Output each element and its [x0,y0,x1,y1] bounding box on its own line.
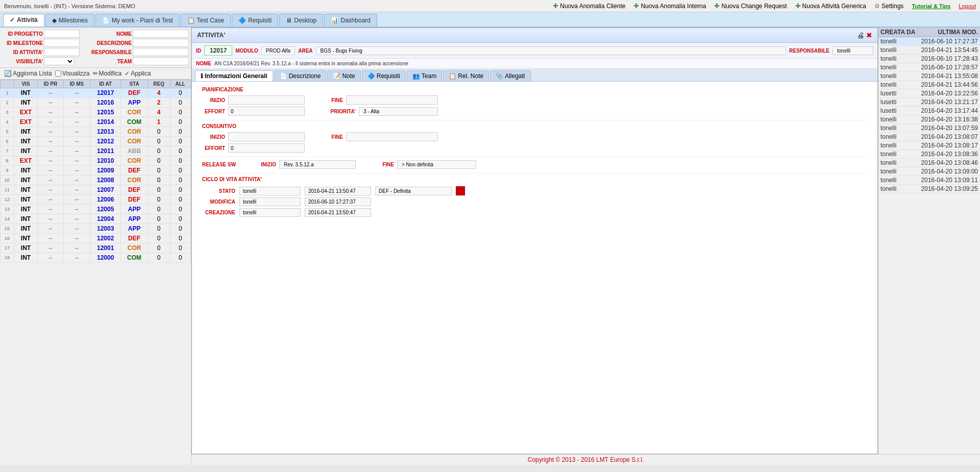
tab-milestones[interactable]: ◆ Milestones [45,14,94,27]
right-list-item[interactable]: tonelli2016-06-10 17:28:57 [878,63,980,72]
release-label: RELEASE SW [202,162,238,167]
table-row[interactable]: 2 INT -- -- 12016 APP 2 0 [1,98,191,108]
table-row[interactable]: 9 INT -- -- 12009 DEF 0 0 [1,166,191,176]
right-list-item[interactable]: tonelli2016-04-20 13:08:36 [878,150,980,159]
right-list-item[interactable]: tonelli2016-04-20 13:09:25 [878,185,980,193]
row-sta: COR [121,108,148,117]
logout-link[interactable]: Logout [959,3,976,9]
right-list-item[interactable]: tonelli2016-04-21 13:54:45 [878,46,980,55]
modal-controls: 🖨 ✖ [857,31,872,39]
tab-dashboard[interactable]: 📊 Dashboard [324,14,377,27]
right-list-item[interactable]: tonelli2016-06-10 17:28:43 [878,55,980,63]
table-row[interactable]: 12 INT -- -- 12006 DEF 0 0 [1,195,191,205]
table-row[interactable]: 10 INT -- -- 12008 COR 0 0 [1,176,191,185]
filter-input-team[interactable] [133,57,189,65]
menu-nuova-change-request[interactable]: ✚ Nuova Change Request [714,2,787,10]
menu-nuova-anomalia-cliente[interactable]: ✚ Nuova Anomalia Cliente [553,2,625,10]
pian-effort-input[interactable] [228,107,305,116]
close-icon[interactable]: ✖ [866,31,872,39]
filter-input-descrizione[interactable] [133,39,189,47]
inner-tab-note[interactable]: 📝 Note [327,70,360,81]
menu-settings[interactable]: ⚙ Settings [874,3,903,10]
right-list-item[interactable]: tonelli2016-04-20 13:07:59 [878,124,980,133]
aggiorna-lista-button[interactable]: 🔄 Aggiorna Lista [4,70,52,77]
visualizza-checkbox[interactable] [55,70,61,77]
menu-nuova-attivita-generica[interactable]: ✚ Nuova Attività Generica [795,2,866,10]
release-inizio-label: INIZIO [258,162,276,167]
visualizza-button[interactable]: Visualizza [55,70,90,77]
row-idpr: -- [38,224,64,234]
row-req: 0 [148,224,170,234]
table-row[interactable]: 8 EXT -- -- 12010 COR 0 0 [1,156,191,166]
row-all: 0 [170,185,191,195]
row-req: 4 [148,88,170,98]
tab-test-case[interactable]: 📋 Test Case [181,14,231,27]
row-idpr: -- [38,176,64,185]
row-num: 18 [1,253,14,263]
table-row[interactable]: 11 INT -- -- 12007 DEF 0 0 [1,185,191,195]
filter-input-responsabile[interactable] [133,48,189,56]
table-row[interactable]: 16 INT -- -- 12002 DEF 0 0 [1,234,191,243]
row-all: 0 [170,253,191,263]
right-list-item[interactable]: lusetti2016-04-20 13:21:17 [878,98,980,107]
right-list-item[interactable]: tonelli2016-04-20 13:16:38 [878,115,980,124]
cons-inizio-input[interactable] [228,132,305,141]
inner-tab-info-generali[interactable]: ℹ Informazioni Generali [195,70,273,81]
pian-inizio-input[interactable] [228,95,305,105]
filter-input-nome[interactable] [133,30,189,38]
tab-desktop[interactable]: 🖥 Desktop [279,14,323,27]
menu-nuova-anomalia-interna[interactable]: ✚ Nuova Anomalia Interna [633,2,706,10]
filter-input-idmilestone[interactable] [44,39,80,47]
table-row[interactable]: 18 INT -- -- 12000 COM 0 0 [1,253,191,263]
right-list-item[interactable]: tonelli2016-04-21 13:44:56 [878,81,980,89]
inner-tab-requisiti[interactable]: 🔷 Requisiti [362,70,406,81]
table-row[interactable]: 15 INT -- -- 12003 APP 0 0 [1,224,191,234]
table-row[interactable]: 14 INT -- -- 12004 APP 0 0 [1,214,191,224]
filter-input-idprogetto[interactable] [44,30,80,38]
row-idms: -- [63,205,90,214]
inner-tab-rel-note[interactable]: 📋 Rel. Note [443,70,489,81]
table-row[interactable]: 7 INT -- -- 12011 ABB 0 0 [1,146,191,156]
table-row[interactable]: 13 INT -- -- 12005 APP 0 0 [1,205,191,214]
table-row[interactable]: 6 INT -- -- 12012 COR 0 0 [1,137,191,146]
tab-requisiti[interactable]: 🔷 Requisiti [232,14,278,27]
right-list-item[interactable]: tonelli2016-04-20 13:08:07 [878,133,980,141]
right-list-item[interactable]: lusetti2016-04-20 13:17:44 [878,107,980,115]
tutorial-link[interactable]: Tutorial & Tips [912,3,950,9]
table-row[interactable]: 17 INT -- -- 12001 COR 0 0 [1,243,191,253]
applica-button[interactable]: ✓ Applica [125,70,151,77]
table-row[interactable]: 3 EXT -- -- 12015 COR 4 0 [1,108,191,117]
right-list-ultima: 2016-04-21 13:44:56 [921,81,978,88]
row-vis: INT [14,253,38,263]
pian-fine-input[interactable] [346,95,438,105]
right-list-item[interactable]: lusetti2016-04-20 13:22:56 [878,89,980,98]
right-list-item[interactable]: tonelli2016-04-20 13:09:00 [878,167,980,176]
release-fine-value: > Non definita [397,160,476,169]
row-vis: INT [14,224,38,234]
cons-effort-input[interactable] [228,143,305,153]
filter-select-visibilita[interactable] [44,57,75,65]
inner-tab-allegati[interactable]: 📎 Allegati [490,70,530,81]
right-list-item[interactable]: tonelli2016-06-10 17:27:37 [878,37,980,46]
row-num: 5 [1,127,14,137]
modifica-button[interactable]: ✏ Modifica [93,70,122,77]
print-icon[interactable]: 🖨 [857,31,864,39]
row-vis: INT [14,214,38,224]
right-list-item[interactable]: tonelli2016-04-20 13:09:11 [878,176,980,185]
row-idms: -- [63,195,90,205]
table-row[interactable]: 5 INT -- -- 12013 COR 0 0 [1,127,191,137]
row-num: 11 [1,185,14,195]
right-list-item[interactable]: tonelli2016-04-21 13:55:08 [878,72,980,81]
right-list-item[interactable]: tonelli2016-04-20 13:08:17 [878,141,980,150]
table-row[interactable]: 1 INT -- -- 12017 DEF 4 0 [1,88,191,98]
col-idms: ID MS [63,80,90,88]
table-row[interactable]: 4 EXT -- -- 12014 COM 1 0 [1,117,191,127]
inner-tab-team[interactable]: 👥 Team [407,70,442,81]
ciclo-stato-date: 2016-04-21 13:50:47 [305,187,371,195]
tab-attivita[interactable]: ✓ Attività [3,14,44,27]
right-list-item[interactable]: tonelli2016-04-20 13:08:46 [878,159,980,167]
filter-input-idattivita[interactable] [44,48,80,56]
tab-my-work[interactable]: 📄 My work - Piani di Test [95,14,180,27]
cons-fine-input[interactable] [346,132,438,141]
inner-tab-descrizione[interactable]: 📄 Descrizione [274,70,327,81]
